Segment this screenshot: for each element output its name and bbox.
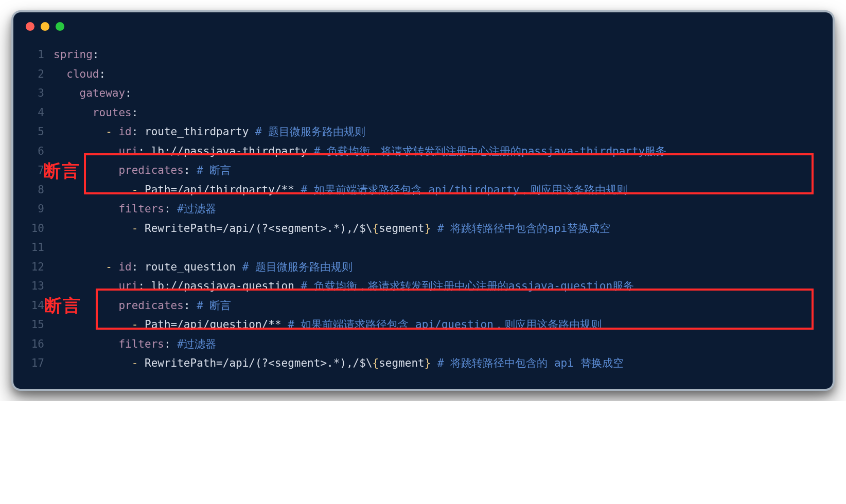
titlebar — [13, 12, 833, 40]
line-number: 2 — [29, 65, 54, 84]
code-line: 3 gateway: — [29, 84, 817, 103]
line-number: 16 — [29, 335, 54, 354]
line-number: 6 — [29, 142, 54, 161]
annotation-label-1: 断言 — [43, 159, 80, 183]
line-number: 3 — [29, 84, 54, 103]
code-line: 16 filters: #过滤器 — [29, 335, 817, 354]
line-number: 5 — [29, 122, 54, 142]
line-number: 1 — [29, 45, 54, 65]
line-number: 12 — [29, 258, 54, 277]
code-line: 15 - Path=/api/question/** # 如果前端请求路径包含 … — [29, 315, 817, 335]
code-line: 6 uri: lb://passjava-thirdparty # 负载均衡，将… — [29, 142, 817, 161]
line-number: 10 — [29, 219, 54, 239]
line-number: 4 — [29, 103, 54, 123]
code-line: 13 uri: lb://passjava-question # 负载均衡，将请… — [29, 277, 817, 296]
code-line: 14 predicates: # 断言 — [29, 296, 817, 316]
code-line: 1 spring: — [29, 45, 817, 65]
code-line: 17 - RewritePath=/api/(?<segment>.*),/$\… — [29, 354, 817, 373]
line-number: 9 — [29, 200, 54, 219]
code-line: 8 - Path=/api/thirdparty/** # 如果前端请求路径包含… — [29, 181, 817, 200]
code-line: 2 cloud: — [29, 65, 817, 84]
zoom-icon[interactable] — [56, 22, 64, 31]
editor-window: 断言 断言 1 spring: 2 cloud: 3 gateway: 4 ro… — [11, 10, 835, 391]
code-line: 12 - id: route_question # 题目微服务路由规则 — [29, 258, 817, 277]
code-line: 7 predicates: # 断言 — [29, 161, 817, 181]
close-icon[interactable] — [26, 22, 34, 31]
line-number: 11 — [29, 238, 54, 258]
annotation-label-2: 断言 — [44, 294, 81, 318]
code-line: 11 — [29, 238, 817, 258]
code-line: 5 - id: route_thirdparty # 题目微服务路由规则 — [29, 122, 817, 142]
minimize-icon[interactable] — [41, 22, 49, 31]
code-line: 4 routes: — [29, 103, 817, 123]
code-line: 9 filters: #过滤器 — [29, 200, 817, 219]
code-area: 断言 断言 1 spring: 2 cloud: 3 gateway: 4 ro… — [13, 40, 833, 389]
line-number: 13 — [29, 277, 54, 296]
code-line: 10 - RewritePath=/api/(?<segment>.*),/$\… — [29, 219, 817, 239]
line-number: 17 — [29, 354, 54, 373]
line-number: 15 — [29, 315, 54, 335]
line-number: 8 — [29, 181, 54, 200]
